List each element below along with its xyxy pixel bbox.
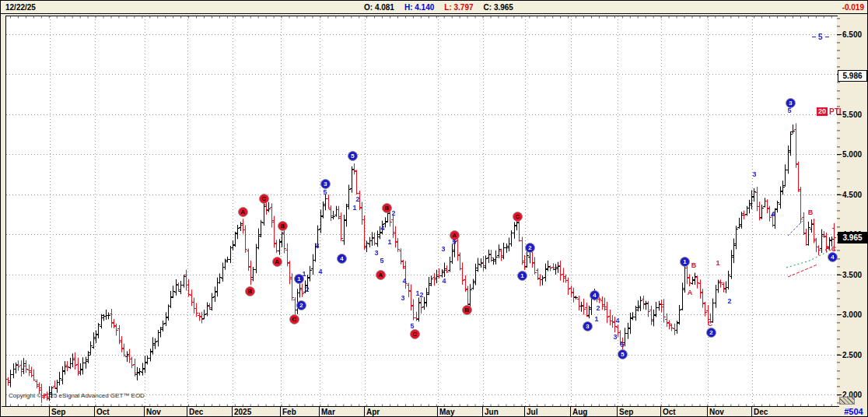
wave-circle-label-b: B <box>278 221 288 231</box>
wave-text-label-4: 4 <box>402 278 406 285</box>
wave-text-label-4: 4 <box>771 211 775 218</box>
price-tick-mark <box>837 394 842 395</box>
wave-text-label-a: A <box>825 245 831 252</box>
wave-circle-label-c: C <box>410 329 420 339</box>
price-tick-label: 6.500 <box>842 30 862 39</box>
month-separator <box>437 407 438 417</box>
month-separator <box>751 407 752 417</box>
month-label: Nov <box>709 408 724 416</box>
quote-low: L: 3.797 <box>444 3 473 12</box>
pti-indicator-label: 20 PTI <box>817 107 842 116</box>
month-label: Oct <box>96 408 110 416</box>
wave-text-label-4: 4 <box>318 268 322 275</box>
month-separator <box>570 407 571 417</box>
month-separator <box>482 407 483 417</box>
price-chart-canvas[interactable] <box>6 16 837 406</box>
last-price-box: 3.965 <box>838 232 867 244</box>
wave-circle-label-c: C <box>289 314 299 324</box>
month-separator <box>94 407 95 417</box>
quote-date: 12/22/25 <box>5 3 36 12</box>
month-label: May <box>439 408 454 416</box>
wave-text-label-2: 2 <box>305 286 309 293</box>
month-label: 2025 <box>234 408 251 416</box>
quote-high: H: 4.140 <box>404 3 434 12</box>
wave-circle-label-a: A <box>376 270 386 280</box>
wave-circle-label-3: 3 <box>583 321 593 331</box>
price-tick-label: 2.500 <box>842 351 862 359</box>
pti-value-badge: 20 <box>817 107 828 116</box>
wave-text-label-1: 1 <box>594 316 598 323</box>
price-tick-label: 5.500 <box>842 110 862 119</box>
month-separator <box>319 407 320 417</box>
wave-circle-label-4: 4 <box>590 290 600 300</box>
wave-circle-label-b: B <box>245 286 255 296</box>
month-label: Mar <box>321 408 335 416</box>
price-tick-mark <box>837 34 842 35</box>
wave-circle-label-2: 2 <box>296 300 306 310</box>
wave-text-label-5: 5 <box>410 323 414 330</box>
wave-circle-label-b: B <box>382 203 392 213</box>
wave-text-label-3: 3 <box>441 246 445 253</box>
wave-text-label-2: 2 <box>355 196 359 203</box>
chart-number: #504 <box>841 407 866 417</box>
wave-text-label-5: 5 <box>323 189 327 196</box>
wave-circle-label-5: 5 <box>348 151 358 161</box>
wave-text-label-2: 2 <box>727 298 731 305</box>
projection-dash-icon <box>825 37 829 37</box>
wave-text-label-5: 5 <box>787 107 791 114</box>
month-separator <box>144 407 145 417</box>
projection-dash-icon <box>812 37 816 37</box>
price-axis: 6.5006.0005.5005.0004.5004.0003.5003.000… <box>837 16 868 406</box>
price-tick-label: 5.000 <box>842 150 862 159</box>
quote-open: O: 4.081 <box>364 3 394 12</box>
month-label: Jun <box>485 408 499 416</box>
price-tick-label: 3.000 <box>842 310 862 319</box>
month-label: Dec <box>189 408 203 416</box>
chart-window: 12/22/25 O: 4.081 H: 4.140 L: 3.797 C: 3… <box>0 0 868 417</box>
wave-text-label-3: 3 <box>752 171 756 178</box>
time-axis: SepOctNovDec2025FebMarAprMayJunJulAugSep… <box>2 406 839 417</box>
pti-text: PTI <box>829 107 842 116</box>
wave-text-label-1: 1 <box>716 260 719 267</box>
wave-text-label-b: B <box>691 262 697 269</box>
month-separator <box>364 407 365 417</box>
month-label: Sep <box>51 408 65 416</box>
wave-circle-label-2: 2 <box>525 243 535 253</box>
month-label: Feb <box>282 408 296 416</box>
month-label: Sep <box>619 408 633 416</box>
price-tick-mark <box>837 355 842 356</box>
wave-circle-label-1: 1 <box>517 271 527 281</box>
month-separator <box>660 407 661 417</box>
price-tick-mark <box>837 154 842 155</box>
wave-text-label-4: 4 <box>380 225 384 232</box>
month-separator <box>617 407 618 417</box>
wave-text-label-3: 3 <box>401 295 404 302</box>
wave-text-label-1: 1 <box>352 205 356 212</box>
wave-text-label-1: 1 <box>387 239 391 246</box>
month-separator <box>232 407 233 417</box>
month-separator <box>524 407 525 417</box>
wave-text-label-2: 2 <box>419 292 423 299</box>
wave-text-label-4: 4 <box>442 278 446 285</box>
month-separator <box>707 407 708 417</box>
quote-close: C: 3.965 <box>484 3 513 12</box>
wave5-projection-label: 5 <box>812 33 829 41</box>
wave-text-label-b: B <box>808 209 814 216</box>
wave-text-label-3: 3 <box>613 334 617 341</box>
wave-circle-label-b: B <box>462 305 472 315</box>
ohlc-readout: O: 4.081 H: 4.140 L: 3.797 C: 3.965 <box>364 3 513 12</box>
target-price-box: 5.986 <box>838 70 867 82</box>
wave-circle-label-c: C <box>513 212 523 222</box>
month-label: Apr <box>366 408 380 416</box>
price-tick-mark <box>837 314 842 315</box>
month-separator <box>49 407 50 417</box>
wave-circle-label-a: A <box>238 207 248 217</box>
wave-circle-label-1: 1 <box>680 257 690 267</box>
scale-grip-button[interactable] <box>839 397 855 405</box>
wave-text-label-2: 2 <box>596 305 600 312</box>
wave-text-label-3: 3 <box>315 243 319 250</box>
wave-text-label-c: C <box>831 246 837 253</box>
wave-text-label-5: 5 <box>380 258 383 265</box>
price-tick-mark <box>837 275 842 275</box>
wave-text-label-4: 4 <box>615 317 619 324</box>
